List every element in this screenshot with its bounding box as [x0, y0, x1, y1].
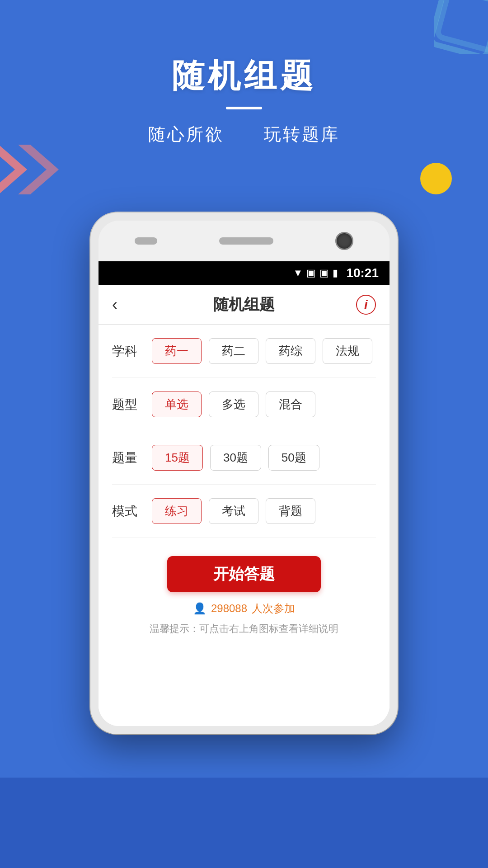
phone-earpiece [219, 237, 273, 245]
question-count-label: 题量 [112, 449, 144, 467]
subject-option-3[interactable]: 药综 [266, 338, 315, 364]
status-time: 10:21 [346, 266, 379, 280]
phone-hardware-top [99, 221, 389, 261]
app-navbar: ‹ 随机组题 i [99, 285, 389, 325]
status-icons: ▼ ▣ ▣ ▮ [293, 267, 338, 279]
participant-count: 298088 [211, 602, 247, 615]
participant-suffix: 人次参加 [252, 601, 295, 616]
subtitle-right: 玩转题库 [264, 125, 340, 144]
phone-speaker [135, 237, 157, 245]
bg-lines-decoration [434, 0, 488, 54]
mode-option-practice[interactable]: 练习 [152, 498, 202, 524]
subject-row: 学科 药一 药二 药综 法规 [112, 325, 376, 378]
question-type-label: 题型 [112, 396, 144, 413]
participant-icon: 👤 [193, 602, 206, 615]
start-button[interactable]: 开始答题 [167, 556, 321, 592]
phone-camera [335, 232, 353, 250]
page-title: 随机组题 [213, 294, 275, 315]
status-bar: ▼ ▣ ▣ ▮ 10:21 [99, 261, 389, 285]
signal-icon-2: ▣ [319, 267, 329, 279]
back-button[interactable]: ‹ [112, 295, 117, 314]
participant-info: 👤 298088 人次参加 [193, 601, 295, 616]
main-title: 随机组题 [0, 54, 488, 98]
count-option-15[interactable]: 15题 [152, 445, 203, 471]
subtitle: 随心所欲 玩转题库 [0, 123, 488, 146]
phone-screen: ▼ ▣ ▣ ▮ 10:21 ‹ 随机组题 i [99, 221, 389, 726]
bg-chevrons-decoration [0, 145, 59, 194]
subtitle-left: 随心所欲 [148, 125, 224, 144]
subject-option-2[interactable]: 药二 [209, 338, 258, 364]
battery-icon: ▮ [333, 267, 338, 279]
subject-option-4[interactable]: 法规 [323, 338, 372, 364]
title-divider [226, 107, 262, 109]
subject-options: 药一 药二 药综 法规 [152, 338, 372, 364]
mode-label: 模式 [112, 503, 144, 520]
app-content: ‹ 随机组题 i 学科 药一 药二 药综 法规 [99, 285, 389, 726]
type-option-multiple[interactable]: 多选 [209, 392, 258, 417]
phone-bottom-padding [99, 645, 389, 726]
mode-row: 模式 练习 考试 背题 [112, 485, 376, 538]
start-button-label: 开始答题 [213, 564, 275, 585]
question-type-row: 题型 单选 多选 混合 [112, 378, 376, 431]
mode-options: 练习 考试 背题 [152, 498, 315, 524]
subject-option-1[interactable]: 药一 [152, 338, 202, 364]
hint-text: 温馨提示：可点击右上角图标查看详细说明 [150, 622, 338, 636]
info-button[interactable]: i [356, 295, 376, 315]
start-section: 开始答题 👤 298088 人次参加 温馨提示：可点击右上角图标查看详细说明 [99, 538, 389, 645]
bottom-decoration [0, 778, 488, 868]
wifi-icon: ▼ [293, 267, 303, 279]
signal-icon: ▣ [306, 267, 316, 279]
question-count-options: 15题 30题 50题 [152, 445, 319, 471]
count-option-30[interactable]: 30题 [210, 445, 261, 471]
count-option-50[interactable]: 50题 [268, 445, 319, 471]
header-area: 随机组题 随心所欲 玩转题库 [0, 54, 488, 146]
question-type-options: 单选 多选 混合 [152, 392, 315, 417]
type-option-mixed[interactable]: 混合 [266, 392, 315, 417]
mode-option-memorize[interactable]: 背题 [266, 498, 315, 524]
form-section: 学科 药一 药二 药综 法规 题型 单选 多选 [99, 325, 389, 538]
phone-outer-shell: ▼ ▣ ▣ ▮ 10:21 ‹ 随机组题 i [90, 212, 398, 734]
phone-mockup: ▼ ▣ ▣ ▮ 10:21 ‹ 随机组题 i [90, 212, 398, 734]
type-option-single[interactable]: 单选 [152, 392, 202, 417]
question-count-row: 题量 15题 30题 50题 [112, 431, 376, 485]
bg-circle-decoration [420, 163, 452, 194]
mode-option-exam[interactable]: 考试 [209, 498, 258, 524]
subject-label: 学科 [112, 343, 144, 360]
